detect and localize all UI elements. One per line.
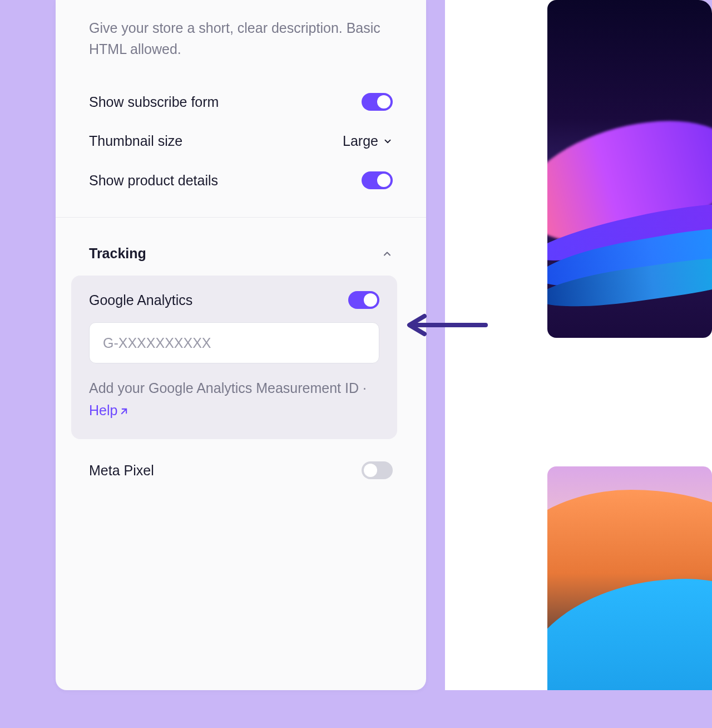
preview-thumbnail-2 bbox=[547, 466, 712, 690]
toggle-handle bbox=[364, 293, 377, 307]
thumbnail-size-dropdown[interactable]: Large bbox=[343, 133, 393, 149]
google-analytics-help-text: Add your Google Analytics Measurement ID… bbox=[89, 377, 379, 421]
tracking-section-title: Tracking bbox=[89, 245, 146, 262]
toggle-handle bbox=[364, 464, 377, 477]
show-subscribe-toggle[interactable] bbox=[362, 93, 393, 111]
chevron-down-icon bbox=[383, 136, 393, 146]
show-product-details-row: Show product details bbox=[89, 160, 393, 200]
meta-pixel-toggle[interactable] bbox=[362, 461, 393, 479]
thumbnail-size-row: Thumbnail size Large bbox=[89, 122, 393, 160]
section-divider bbox=[56, 217, 426, 218]
preview-thumbnail-1 bbox=[547, 0, 712, 338]
toggle-handle bbox=[377, 174, 390, 187]
description-help-text: Give your store a short, clear descripti… bbox=[89, 18, 393, 60]
show-subscribe-row: Show subscribe form bbox=[89, 82, 393, 122]
google-analytics-help-link[interactable]: Help bbox=[89, 402, 130, 418]
show-product-details-label: Show product details bbox=[89, 173, 218, 189]
arrow-annotation-icon bbox=[405, 313, 488, 337]
external-link-icon bbox=[118, 406, 130, 417]
toggle-handle bbox=[377, 95, 390, 109]
preview-area: F bbox=[445, 0, 712, 690]
meta-pixel-label: Meta Pixel bbox=[89, 463, 154, 479]
google-analytics-label: Google Analytics bbox=[89, 292, 192, 308]
tracking-section-header[interactable]: Tracking bbox=[89, 240, 393, 276]
thumbnail-size-value: Large bbox=[343, 133, 378, 149]
google-analytics-card: Google Analytics Add your Google Analyti… bbox=[71, 276, 397, 439]
show-product-details-toggle[interactable] bbox=[362, 171, 393, 189]
chevron-up-icon bbox=[382, 248, 393, 259]
meta-pixel-row: Meta Pixel bbox=[89, 450, 393, 490]
google-analytics-toggle[interactable] bbox=[348, 291, 379, 309]
svg-line-0 bbox=[122, 409, 126, 414]
settings-panel: Give your store a short, clear descripti… bbox=[56, 0, 426, 690]
thumbnail-size-label: Thumbnail size bbox=[89, 133, 182, 149]
ga-help-text-content: Add your Google Analytics Measurement ID… bbox=[89, 380, 367, 396]
google-analytics-input[interactable] bbox=[89, 322, 379, 363]
show-subscribe-label: Show subscribe form bbox=[89, 94, 219, 110]
google-analytics-header: Google Analytics bbox=[89, 291, 379, 309]
